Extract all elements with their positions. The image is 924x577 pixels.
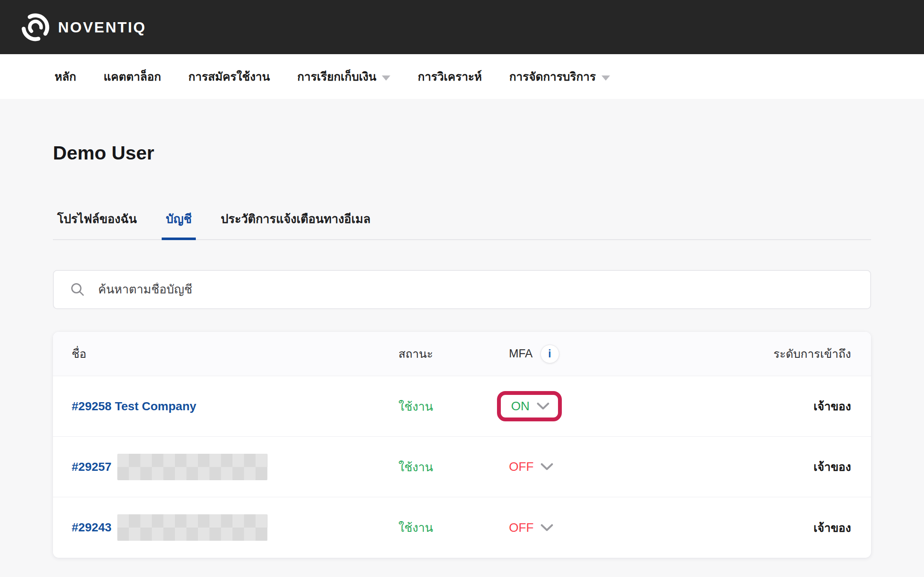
chevron-down-icon	[540, 524, 553, 532]
nav-item-billing[interactable]: การเรียกเก็บเงิน	[297, 67, 391, 86]
nav-item-home[interactable]: หลัก	[55, 67, 76, 86]
column-header-mfa: MFA	[509, 347, 533, 360]
tab-my-profile[interactable]: โปรไฟล์ของฉัน	[53, 209, 141, 239]
column-header-name: ชื่อ	[72, 345, 398, 363]
nav-item-label: แคตตาล็อก	[104, 67, 161, 86]
access-level-value: เจ้าของ	[814, 458, 851, 476]
nav-item-catalog[interactable]: แคตตาล็อก	[104, 67, 161, 86]
column-header-status: สถานะ	[398, 345, 509, 363]
page-title: Demo User	[53, 142, 871, 165]
nav-item-label: การสมัครใช้งาน	[189, 67, 270, 86]
info-icon[interactable]: i	[540, 345, 559, 363]
tab-accounts[interactable]: บัญชี	[162, 209, 196, 240]
table-header-row: ชื่อ สถานะ MFA i ระดับการเข้าถึง	[53, 332, 871, 376]
status-value: ใช้งาน	[398, 397, 509, 416]
noventiq-swirl-icon	[20, 12, 51, 43]
table-row: #29258 Test Company ใช้งาน ON เจ้าของ	[53, 376, 871, 437]
mfa-dropdown[interactable]: OFF	[509, 521, 553, 535]
chevron-down-icon	[601, 75, 610, 81]
status-value: ใช้งาน	[398, 458, 509, 476]
mfa-dropdown[interactable]: OFF	[509, 460, 553, 474]
nav-item-subscriptions[interactable]: การสมัครใช้งาน	[189, 67, 270, 86]
mfa-dropdown-highlighted[interactable]: ON	[497, 391, 562, 421]
table-row: #29257 ใช้งาน OFF เจ้าของ	[53, 437, 871, 497]
main-nav: หลัก แคตตาล็อก การสมัครใช้งาน การเรียกเก…	[0, 54, 924, 99]
search-icon	[70, 282, 85, 297]
nav-item-label: การจัดการบริการ	[509, 67, 596, 86]
accounts-table: ชื่อ สถานะ MFA i ระดับการเข้าถึง #29258 …	[53, 332, 871, 558]
brand-wordmark: NOVENTIQ	[58, 19, 146, 36]
account-link[interactable]: #29258 Test Company	[72, 400, 196, 413]
search-input[interactable]	[97, 282, 854, 297]
mfa-value: OFF	[509, 521, 534, 535]
nav-item-service-management[interactable]: การจัดการบริการ	[509, 67, 610, 86]
mfa-value: OFF	[509, 460, 534, 474]
access-level-value: เจ้าของ	[814, 519, 851, 537]
account-link[interactable]: #29257	[72, 460, 111, 474]
account-link[interactable]: #29243	[72, 521, 111, 534]
column-header-access: ระดับการเข้าถึง	[773, 345, 851, 363]
brand-logo[interactable]: NOVENTIQ	[20, 12, 146, 43]
redacted-name-block	[117, 454, 267, 480]
chevron-down-icon	[382, 75, 390, 81]
topbar: NOVENTIQ	[0, 0, 924, 54]
nav-item-analytics[interactable]: การวิเคราะห์	[418, 67, 482, 86]
chevron-down-icon	[537, 402, 549, 410]
mfa-value: ON	[511, 399, 530, 413]
access-level-value: เจ้าของ	[814, 397, 851, 415]
account-search	[53, 270, 871, 309]
tab-email-notification[interactable]: ประวัติการแจ้งเตือนทางอีเมล	[216, 209, 375, 239]
chevron-down-icon	[540, 463, 553, 471]
tab-bar: โปรไฟล์ของฉัน บัญชี ประวัติการแจ้งเตือนท…	[53, 209, 871, 240]
nav-item-label: หลัก	[55, 67, 76, 86]
status-value: ใช้งาน	[398, 518, 509, 537]
redacted-name-block	[117, 514, 267, 541]
nav-item-label: การวิเคราะห์	[418, 67, 482, 86]
nav-item-label: การเรียกเก็บเงิน	[297, 67, 377, 86]
page-content: Demo User โปรไฟล์ของฉัน บัญชี ประวัติการ…	[0, 142, 924, 558]
table-row: #29243 ใช้งาน OFF เจ้าของ	[53, 497, 871, 558]
